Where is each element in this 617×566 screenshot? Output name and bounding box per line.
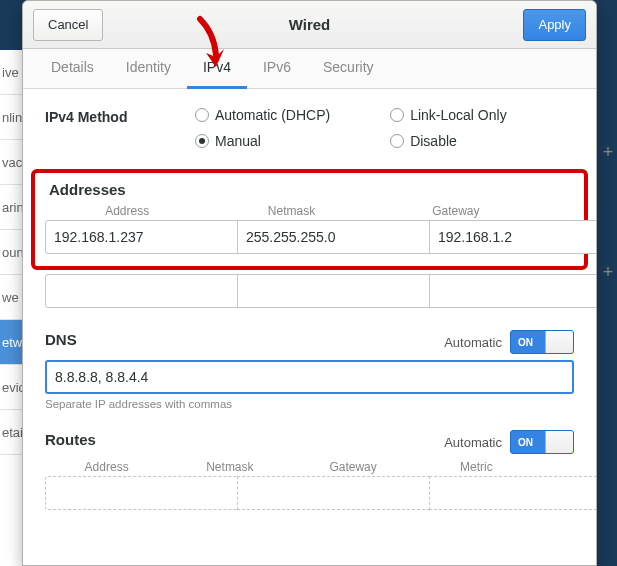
route-netmask-input[interactable] (237, 476, 430, 510)
tab-ipv6[interactable]: IPv6 (247, 49, 307, 89)
gateway-input[interactable] (429, 220, 596, 254)
col-metric: Metric (415, 460, 538, 474)
addresses-section: Addresses Address Netmask Gateway (31, 169, 588, 270)
radio-label: Manual (215, 133, 261, 149)
radio-disable[interactable]: Disable (390, 133, 507, 149)
col-netmask: Netmask (168, 460, 291, 474)
col-address: Address (45, 204, 209, 218)
cancel-button[interactable]: Cancel (33, 9, 103, 41)
radio-link-local[interactable]: Link-Local Only (390, 107, 507, 123)
col-gateway: Gateway (374, 204, 538, 218)
dns-hint: Separate IP addresses with commas (45, 398, 574, 410)
radio-dot-icon (390, 134, 404, 148)
route-row-empty (45, 476, 574, 510)
tab-details[interactable]: Details (35, 49, 110, 89)
route-address-input[interactable] (45, 476, 238, 510)
radio-dot-icon (390, 108, 404, 122)
ipv4-method-label: IPv4 Method (45, 107, 195, 125)
radio-label: Disable (410, 133, 457, 149)
tab-identity[interactable]: Identity (110, 49, 187, 89)
col-netmask: Netmask (209, 204, 373, 218)
routes-title: Routes (45, 431, 96, 448)
radio-automatic[interactable]: Automatic (DHCP) (195, 107, 330, 123)
netmask-input[interactable] (237, 274, 430, 308)
col-address: Address (45, 460, 168, 474)
radio-manual[interactable]: Manual (195, 133, 330, 149)
addresses-title: Addresses (49, 181, 574, 198)
address-row-empty (45, 274, 574, 308)
route-gateway-input[interactable] (429, 476, 596, 510)
tab-security[interactable]: Security (307, 49, 390, 89)
switch-knob (545, 431, 573, 453)
switch-on-label: ON (511, 437, 533, 448)
col-gateway: Gateway (292, 460, 415, 474)
routes-automatic-label: Automatic (444, 435, 502, 450)
radio-dot-icon (195, 134, 209, 148)
tab-bar: Details Identity IPv4 IPv6 Security (23, 49, 596, 89)
dialog-header: Cancel Wired Apply (23, 1, 596, 49)
address-row (45, 220, 574, 254)
gateway-input[interactable] (429, 274, 596, 308)
dns-title: DNS (45, 331, 77, 348)
dns-automatic-switch[interactable]: ON (510, 330, 574, 354)
radio-dot-icon (195, 108, 209, 122)
tab-ipv4[interactable]: IPv4 (187, 49, 247, 89)
dns-automatic-label: Automatic (444, 335, 502, 350)
address-input[interactable] (45, 274, 238, 308)
routes-automatic-switch[interactable]: ON (510, 430, 574, 454)
radio-label: Link-Local Only (410, 107, 507, 123)
switch-knob (545, 331, 573, 353)
netmask-input[interactable] (237, 220, 430, 254)
network-settings-dialog: Cancel Wired Apply Details Identity IPv4… (22, 0, 597, 566)
dialog-title: Wired (23, 16, 596, 33)
radio-label: Automatic (DHCP) (215, 107, 330, 123)
apply-button[interactable]: Apply (523, 9, 586, 41)
switch-on-label: ON (511, 337, 533, 348)
dns-servers-input[interactable] (45, 360, 574, 394)
address-input[interactable] (45, 220, 238, 254)
